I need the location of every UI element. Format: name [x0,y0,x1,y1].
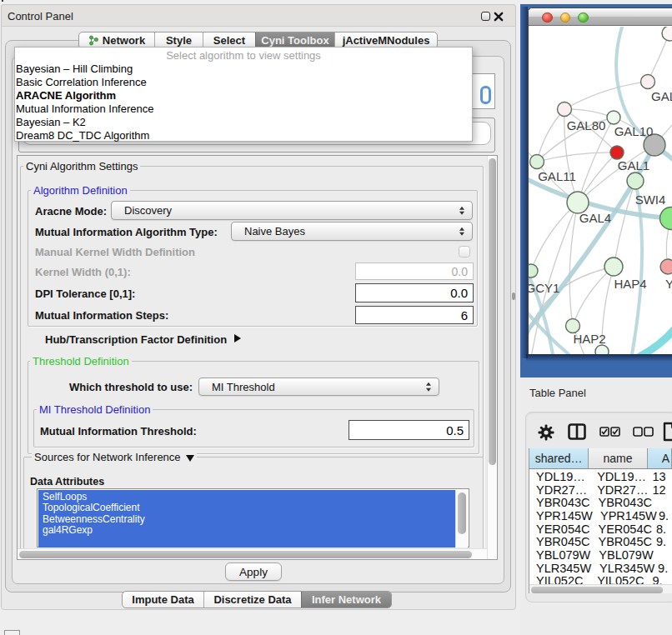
network-node-salmon[interactable] [660,259,672,274]
document-icon[interactable] [663,422,672,442]
close-icon[interactable] [494,12,504,22]
table-horizontal-scrollbar[interactable] [529,584,672,593]
data-attributes-list[interactable]: SelfLoops TopologicalCoefficient Between… [37,488,469,548]
list-item[interactable]: BetweennessCentrality [38,514,456,525]
close-traffic-light[interactable] [542,12,553,23]
network-node-pink1[interactable] [641,75,655,89]
dropdown-item[interactable]: Bayesian – Hill Climbing [15,62,472,76]
column-header-shared-name[interactable]: shared… [529,448,589,468]
combo-arrows-icon [459,227,465,236]
network-window-titlebar[interactable] [529,8,672,26]
network-node-nbot[interactable] [595,345,609,354]
network-node-label: GAL1 [618,158,649,172]
settings-horizontal-scrollbar[interactable] [18,548,487,559]
zoom-traffic-light[interactable] [578,12,589,23]
network-edge[interactable] [564,82,648,109]
network-edge[interactable] [537,109,564,162]
list-vertical-scrollbar[interactable] [455,490,468,548]
network-node-label: GCY1 [529,281,559,295]
network-node-gal11[interactable] [530,155,544,169]
network-edge[interactable] [531,202,578,271]
network-node-gal80[interactable] [558,102,572,117]
network-canvas[interactable]: GALGAL80GAL10GAL1GAL11SWI4GAL4GCY1HAP4YH… [529,27,672,354]
dropdown-item[interactable]: Mutual Information Inference [15,102,472,116]
table-row[interactable]: YBL079WYBL079W [529,548,672,562]
split-pane-handle[interactable] [512,292,515,300]
mi-type-value: Naive Bayes [232,225,305,238]
network-node-gcy1[interactable] [529,264,538,278]
tab-impute-data[interactable]: Impute Data [123,592,203,608]
unchecked-pair-icon[interactable] [633,427,654,437]
settings-vertical-scrollbar[interactable] [487,156,497,559]
cyni-bottom-tabs: Impute Data Discretize Data Infer Networ… [122,591,392,608]
network-edge[interactable] [537,152,617,162]
table-cell: YDL19… [529,470,589,483]
bottom-left-fragment [4,630,20,635]
network-node-label: HAP4 [614,277,646,291]
scrollbar-thumb[interactable] [458,492,466,534]
dpi-tolerance-field[interactable]: 0.0 [355,283,474,302]
network-edge[interactable] [573,267,614,326]
column-header-partial[interactable]: A [648,448,672,468]
dropdown-item[interactable]: Bayesian – K2 [15,116,472,129]
mi-type-combobox[interactable]: Naive Bayes [231,222,473,241]
kernel-width-field[interactable]: 0.0 [355,262,474,280]
network-node-hap2[interactable] [566,319,580,333]
network-edge[interactable] [632,181,642,354]
aracne-mode-combobox[interactable]: Discovery [111,201,473,220]
sources-group-title-wrap[interactable]: Sources for Network Inference [32,451,197,463]
dropdown-prompt: Select algorithm to view settings [15,49,472,62]
table-row[interactable]: YDL19…YDL19…13 [529,470,672,483]
float-window-icon[interactable] [481,12,490,21]
table-cell: YLR345W [529,562,591,575]
which-threshold-combobox[interactable]: MI Threshold [198,378,439,396]
tab-discretize-data[interactable]: Discretize Data [203,592,301,608]
table-cell: 9. [654,509,672,522]
scrollbar-thumb[interactable] [489,158,496,465]
table-row[interactable]: YIL052CYIL052C9. [529,575,672,585]
table-cell: YDR27… [589,483,648,497]
tab-discretize-data-label: Discretize Data [213,593,291,606]
network-node-ntop[interactable] [662,27,672,41]
table-cell: YPR145W [529,509,592,522]
list-item[interactable]: TopologicalCoefficient [38,502,456,513]
table-cell: YBR045C [589,535,651,548]
checked-pair-icon[interactable] [599,427,620,437]
hub-section-label[interactable]: Hub/Transcription Factor Definition [45,333,227,346]
dropdown-item[interactable]: Basic Correlation Inference [15,76,472,89]
manual-kernel-checkbox[interactable] [459,246,470,258]
tab-infer-network[interactable]: Infer Network [301,592,391,608]
control-panel-titlebar[interactable] [1,4,516,27]
dropdown-item[interactable]: Dream8 DC_TDC Algorithm [15,129,472,142]
table-row[interactable]: YBR043CYBR043C [529,496,672,509]
network-node-hap4[interactable] [604,258,623,276]
network-view-window[interactable]: GALGAL80GAL10GAL1GAL11SWI4GAL4GCY1HAP4YH… [528,8,672,354]
network-node-swi4[interactable] [627,172,644,189]
apply-button[interactable]: Apply [225,562,282,581]
window-shadow [526,354,672,362]
network-node-label: GAL10 [614,124,654,138]
mi-steps-field[interactable]: 6 [355,306,474,324]
list-item[interactable]: gal4RGexp [38,525,456,536]
expand-arrow-icon[interactable] [234,334,241,342]
dropdown-item-selected[interactable]: ARACNE Algorithm [15,89,472,102]
tab-style-label: Style [166,34,192,47]
table-row[interactable]: YPR145WYPR145W9. [529,509,672,522]
network-edge[interactable] [639,329,672,354]
list-item[interactable]: SelfLoops [38,492,456,502]
scrollbar-thumb[interactable] [531,587,663,593]
table-row[interactable]: YDR27…YDR27…12 [529,483,672,497]
network-node-green[interactable] [660,208,672,230]
network-node-gal1[interactable] [610,146,624,159]
columns-icon[interactable] [568,423,586,440]
table-row[interactable]: YER054CYER054C8. [529,522,672,536]
gear-icon[interactable] [538,424,554,441]
table-cell: YBL079W [590,548,653,562]
mi-threshold-field[interactable]: 0.5 [349,420,469,440]
table-row[interactable]: YBR045CYBR045C9. [529,535,672,548]
network-node-gal10[interactable] [607,111,620,124]
column-header-name[interactable]: name [589,448,647,468]
minimize-traffic-light[interactable] [560,12,571,23]
table-row[interactable]: YLR345WYLR345W9. [529,562,672,575]
scrollbar-thumb[interactable] [19,551,472,558]
